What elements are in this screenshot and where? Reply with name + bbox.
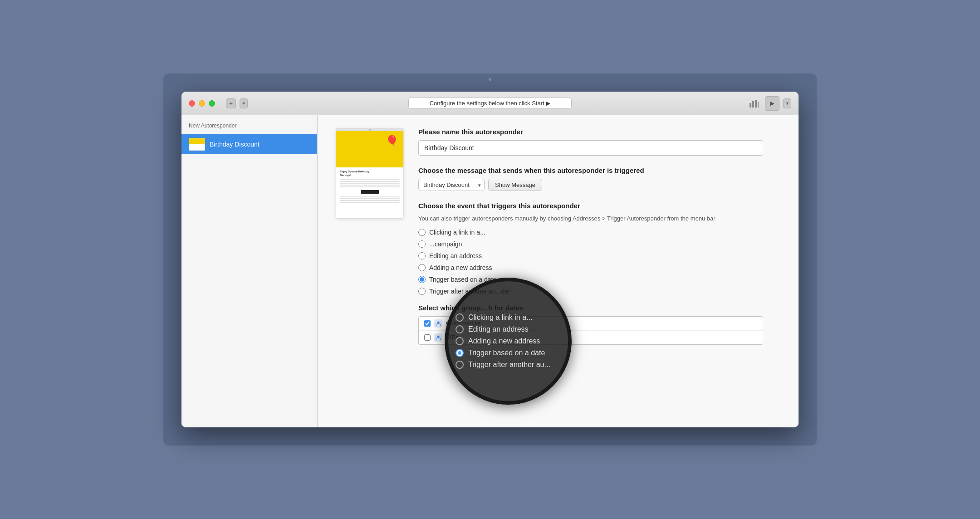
preview-yellow-section: 🎈 [336,131,403,167]
preview-enjoy-text: Enjoy Special BirthdaySavings! [340,170,400,177]
main-content: New Autoresponder Birthday Discount [181,115,799,427]
trigger-description: You can also trigger autoresponders manu… [418,214,780,223]
radio-label-clicking-link: Clicking a link in a... [429,229,485,236]
preview-line-3 [340,183,400,184]
group-item-customerlist: CustomerList [419,317,763,331]
group-icon-vips [434,333,442,342]
email-preview: 🎈 Enjoy Special BirthdaySavings! [336,128,404,415]
title-config-input[interactable] [408,98,572,109]
sidebar-thumbnail [189,138,205,151]
svg-rect-3 [758,102,759,108]
email-preview-dot [369,129,371,131]
form-group-message: Choose the message that sends when this … [418,166,780,191]
add-dropdown-button[interactable]: ▾ [240,98,248,108]
radio-item-date[interactable]: Trigger based on a date... [418,276,780,283]
email-preview-body: 🎈 Enjoy Special BirthdaySavings! [336,131,403,219]
message-row: Birthday Discount ▾ Show Message [418,179,780,191]
group-checkbox-vips[interactable] [424,334,431,341]
name-label: Please name this autoresponder [418,128,780,136]
radio-item-adding[interactable]: Adding a new address [418,264,780,271]
groups-section: Select which group... h for dates Custom… [418,304,780,345]
play-button[interactable]: ▶ [765,96,779,111]
desktop-indicator [489,78,491,81]
radio-item-campaign[interactable]: ...campaign [418,240,780,248]
radio-label-campaign: ...campaign [429,240,462,248]
preview-text-area: Enjoy Special BirthdaySavings! [336,167,403,206]
sidebar-title: New Autoresponder [181,122,317,134]
message-label: Choose the message that sends when this … [418,166,780,174]
maximize-button[interactable] [209,100,215,107]
minimize-button[interactable] [199,100,205,107]
preview-line-5 [340,186,400,187]
preview-balloons-icon: 🎈 [385,135,399,147]
radio-item-clicking-link[interactable]: Clicking a link in a... [418,229,780,236]
form-section: Please name this autoresponder Choose th… [418,128,780,415]
thumb-yellow [189,138,205,144]
thumb-white [189,144,205,150]
close-button[interactable] [189,100,195,107]
window-inner: New Autoresponder Birthday Discount [181,115,799,427]
radio-campaign[interactable] [418,240,426,248]
form-group-name: Please name this autoresponder [418,128,780,156]
preview-line-1 [340,179,400,180]
add-button[interactable]: + [226,98,236,108]
radio-date[interactable] [418,276,426,283]
svg-rect-2 [755,100,757,108]
window-controls [189,100,215,107]
desktop: + ▾ ▶ ▾ [163,73,817,446]
name-input[interactable] [418,140,763,156]
group-label-customerlist: CustomerList [446,320,481,327]
message-select-wrapper: Birthday Discount ▾ [418,179,485,191]
preview-shop-now-btn [361,190,379,194]
radio-item-another[interactable]: Trigger after another au...der [418,288,780,295]
group-label-vips: VIPs [446,334,458,341]
preview-line-2 [340,181,400,182]
radio-label-date: Trigger based on a date... [429,276,502,283]
group-item-vips: VIPs [419,331,763,344]
radio-item-editing[interactable]: Editing an address [418,252,780,260]
radio-another[interactable] [418,288,426,295]
groups-box: CustomerList VIPs [418,316,763,345]
trigger-label: Choose the event that triggers this auto… [418,202,780,210]
preview-line-8 [340,200,400,201]
preview-lines [340,179,400,187]
radio-adding[interactable] [418,264,426,271]
message-select[interactable]: Birthday Discount [418,179,485,191]
radio-label-adding: Adding a new address [429,264,492,271]
play-icon: ▶ [770,100,774,107]
preview-line-9 [340,202,400,203]
svg-rect-1 [752,101,754,108]
email-preview-card: 🎈 Enjoy Special BirthdaySavings! [336,128,404,219]
radio-label-editing: Editing an address [429,252,482,260]
window-controls-group: + ▾ [189,98,248,108]
radio-editing[interactable] [418,252,426,260]
main-window: + ▾ ▶ ▾ [181,92,799,427]
preview-line-6 [340,196,400,197]
title-center [408,98,572,109]
show-message-button[interactable]: Show Message [488,179,542,191]
title-bar-right: ▶ ▾ [747,96,791,111]
svg-rect-0 [750,103,751,108]
preview-line-4 [340,185,400,186]
radio-clicking-link[interactable] [418,229,426,236]
play-dropdown-button[interactable]: ▾ [783,98,791,108]
right-panel: 🎈 Enjoy Special BirthdaySavings! [318,115,799,427]
radio-label-another: Trigger after another au...der [429,288,510,295]
group-checkbox-customerlist[interactable] [424,320,431,327]
sidebar-item-birthday-discount[interactable]: Birthday Discount [181,134,317,154]
preview-line-7 [340,198,400,199]
bar-chart-icon[interactable] [747,96,761,111]
group-icon-customerlist [434,319,442,328]
preview-bottom-lines [340,196,400,203]
groups-label: Select which group... h for dates [418,304,780,312]
radio-list: Clicking a link in a... ...campaign Edit… [418,229,780,295]
title-bar: + ▾ ▶ ▾ [181,92,799,115]
sidebar-item-label: Birthday Discount [210,141,260,148]
sidebar: New Autoresponder Birthday Discount [181,115,318,427]
trigger-section: Choose the event that triggers this auto… [418,202,780,295]
